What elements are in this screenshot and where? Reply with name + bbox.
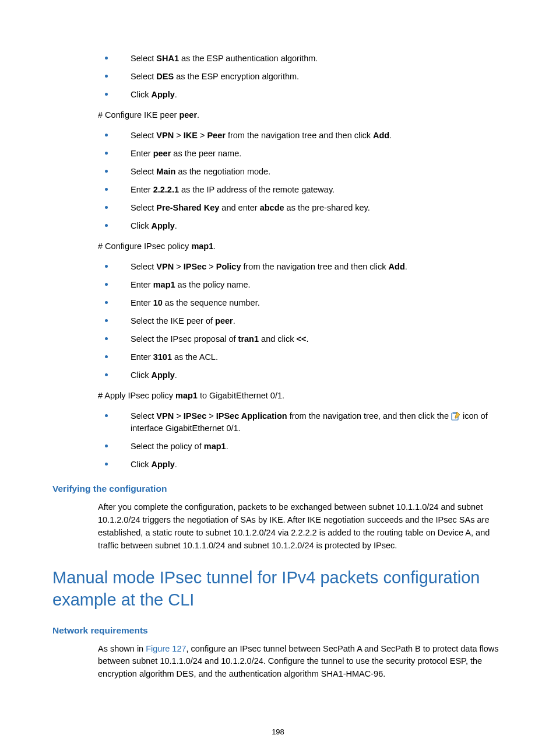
step-line-1: # Configure IKE peer peer. bbox=[98, 109, 504, 121]
list-item: Select Pre-Shared Key and enter abcde as… bbox=[98, 202, 504, 214]
list-item: Select the IKE peer of peer. bbox=[98, 315, 504, 327]
list-item: Select VPN > IKE > Peer from the navigat… bbox=[98, 130, 504, 142]
step-line-3: # Apply IPsec policy map1 to GigabitEthe… bbox=[98, 390, 504, 402]
list-item: Select VPN > IPSec > IPSec Application f… bbox=[98, 410, 504, 435]
page-number: 198 bbox=[0, 727, 556, 736]
list-item: Select the policy of map1. bbox=[98, 440, 504, 453]
list-item: Select VPN > IPSec > Policy from the nav… bbox=[98, 261, 504, 273]
bullet-list-3: Select VPN > IPSec > Policy from the nav… bbox=[98, 261, 504, 382]
bullet-list-2: Select VPN > IKE > Peer from the navigat… bbox=[98, 130, 504, 232]
paragraph-verify: After you complete the configuration, pa… bbox=[98, 501, 504, 552]
list-item: Select Main as the negotiation mode. bbox=[98, 166, 504, 178]
list-item: Enter 3101 as the ACL. bbox=[98, 351, 504, 363]
list-item: Select the IPsec proposal of tran1 and c… bbox=[98, 333, 504, 345]
content-block-1: Select SHA1 as the ESP authentication al… bbox=[98, 52, 504, 471]
list-item: Enter 2.2.2.1 as the IP address of the r… bbox=[98, 184, 504, 196]
list-item: Click Apply. bbox=[98, 89, 504, 101]
heading-main: Manual mode IPsec tunnel for IPv4 packet… bbox=[52, 567, 504, 611]
heading-netreq: Network requirements bbox=[52, 625, 504, 636]
list-item: Click Apply. bbox=[98, 459, 504, 471]
netreq-block: As shown in Figure 127, configure an IPs… bbox=[98, 643, 504, 681]
paragraph-netreq: As shown in Figure 127, configure an IPs… bbox=[98, 643, 504, 681]
step-line-2: # Configure IPsec policy map1. bbox=[98, 240, 504, 253]
list-item: Click Apply. bbox=[98, 220, 504, 232]
edit-icon bbox=[451, 411, 460, 421]
bullet-list-4: Select VPN > IPSec > IPSec Application f… bbox=[98, 410, 504, 471]
document-page: Select SHA1 as the ESP authentication al… bbox=[0, 0, 556, 756]
list-item: Select DES as the ESP encryption algorit… bbox=[98, 71, 504, 83]
list-item: Enter map1 as the policy name. bbox=[98, 279, 504, 291]
figure-link[interactable]: Figure 127 bbox=[146, 644, 186, 653]
bullet-list-1: Select SHA1 as the ESP authentication al… bbox=[98, 52, 504, 101]
heading-verify: Verifying the configuration bbox=[52, 484, 504, 494]
list-item: Enter 10 as the sequence number. bbox=[98, 297, 504, 309]
list-item: Select SHA1 as the ESP authentication al… bbox=[98, 52, 504, 65]
list-item: Enter peer as the peer name. bbox=[98, 148, 504, 160]
verify-block: After you complete the configuration, pa… bbox=[98, 501, 504, 552]
list-item: Click Apply. bbox=[98, 369, 504, 382]
